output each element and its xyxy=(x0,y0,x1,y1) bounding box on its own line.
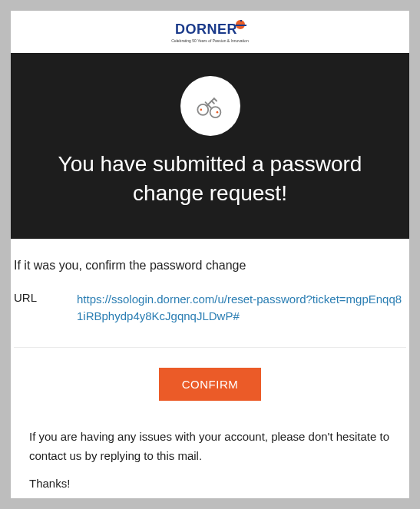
brand-logo: DORNER Celebrating 50 Years of Passion &… xyxy=(171,21,248,43)
keys-badge xyxy=(180,76,240,136)
svg-point-3 xyxy=(216,111,218,114)
basketball-icon xyxy=(236,20,245,29)
brand-tagline: Celebrating 50 Years of Passion & Innova… xyxy=(171,38,248,43)
reset-password-link[interactable]: https://ssologin.dorner.com/u/reset-pass… xyxy=(77,293,402,323)
logo-area: DORNER Celebrating 50 Years of Passion &… xyxy=(11,11,409,53)
hero-headline: You have submitted a password change req… xyxy=(26,150,394,208)
body-section: If it was you, confirm the password chan… xyxy=(11,239,409,494)
url-label: URL xyxy=(14,291,77,326)
keys-icon xyxy=(190,86,230,126)
svg-point-1 xyxy=(200,109,202,111)
help-text: If you are having any issues with your a… xyxy=(29,427,391,466)
url-value: https://ssologin.dorner.com/u/reset-pass… xyxy=(77,291,406,326)
email-card: DORNER Celebrating 50 Years of Passion &… xyxy=(11,11,409,498)
url-row: URL https://ssologin.dorner.com/u/reset-… xyxy=(14,291,406,348)
thanks-text: Thanks! xyxy=(29,474,391,494)
button-row: CONFIRM xyxy=(14,368,406,401)
confirm-button[interactable]: CONFIRM xyxy=(159,368,262,401)
brand-name: DORNER xyxy=(175,21,237,37)
instruction-text: If it was you, confirm the password chan… xyxy=(14,259,406,273)
footer-text: If you are having any issues with your a… xyxy=(14,427,406,494)
hero-banner: You have submitted a password change req… xyxy=(11,53,409,239)
